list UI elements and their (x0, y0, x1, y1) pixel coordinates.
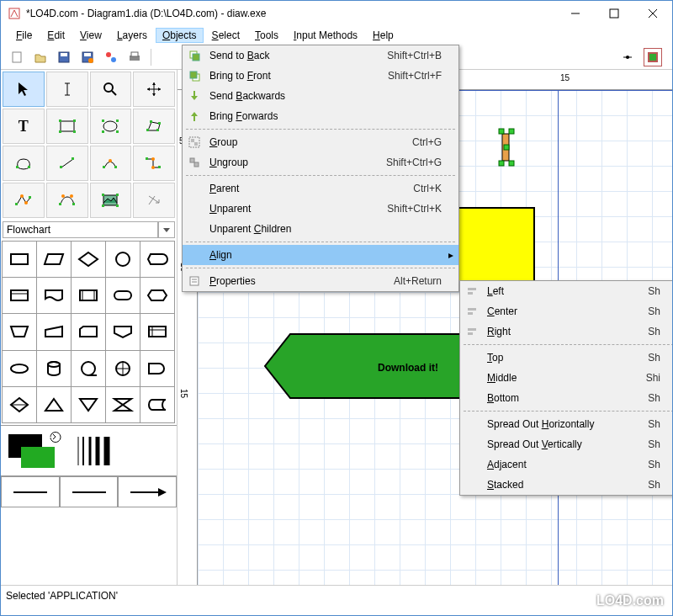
menu-select[interactable]: Select (205, 28, 246, 43)
selected-shape[interactable] (499, 129, 516, 167)
menu-item-unparent[interactable]: UnparentShift+Ctrl+K (183, 199, 458, 219)
shape-connector[interactable] (105, 241, 140, 278)
shape-category-row (1, 220, 177, 240)
shape-stored-data[interactable] (140, 386, 175, 423)
outline-tool[interactable] (133, 183, 175, 218)
align-item-spread-out-horizontally[interactable]: Spread Out HorizontallySh (460, 414, 673, 434)
menu-item-send-backwards[interactable]: Send Backwards (183, 86, 458, 106)
snap-toggle[interactable] (618, 48, 637, 66)
menu-item-bring-to-front[interactable]: Bring to FrontShift+Ctrl+F (183, 66, 458, 86)
shape-database[interactable] (36, 350, 72, 387)
box-tool[interactable] (46, 109, 88, 144)
app-icon (8, 7, 21, 20)
align-item-top[interactable]: TopSh (460, 348, 673, 368)
line-width-preview[interactable] (70, 430, 112, 472)
menu-input-methods[interactable]: Input Methods (287, 28, 364, 43)
svg-point-16 (626, 56, 629, 59)
shape-merge[interactable] (71, 386, 106, 423)
polygon-tool[interactable] (133, 109, 175, 144)
shape-extract[interactable] (36, 386, 72, 423)
save-as-button[interactable] (78, 48, 97, 66)
svg-rect-44 (158, 166, 161, 168)
shape-or[interactable] (105, 350, 140, 387)
bezier-tool[interactable] (46, 183, 88, 218)
image-tool[interactable] (90, 183, 132, 218)
line-end-style[interactable] (118, 476, 177, 507)
minimize-button[interactable] (556, 1, 595, 26)
shape-category-input[interactable] (3, 221, 158, 238)
color-swatch[interactable] (644, 48, 662, 66)
shape-category-dropdown[interactable] (158, 221, 175, 238)
line-start-style[interactable] (1, 476, 60, 507)
maximize-button[interactable] (595, 1, 633, 26)
preferences-button[interactable] (102, 48, 120, 66)
menu-item-properties[interactable]: PropertiesAlt+Return (183, 271, 458, 291)
shape-tape[interactable] (71, 350, 106, 387)
zigzag-tool[interactable] (133, 146, 175, 181)
shape-internal-storage[interactable] (140, 313, 175, 350)
svg-rect-98 (190, 72, 197, 78)
shape-offpage[interactable] (105, 313, 140, 350)
shape-collate[interactable] (105, 386, 140, 423)
shape-terminal[interactable] (105, 277, 140, 314)
shape-process[interactable] (2, 241, 37, 278)
shape-card[interactable] (71, 313, 106, 350)
menu-view[interactable]: View (73, 28, 109, 43)
line-tool[interactable] (46, 146, 88, 181)
beziergon-tool[interactable] (3, 146, 45, 181)
menu-edit[interactable]: Edit (40, 28, 72, 43)
new-file-button[interactable] (8, 48, 26, 66)
menu-objects[interactable]: Objects (156, 28, 204, 43)
shape-predefined[interactable] (71, 277, 106, 314)
save-button[interactable] (55, 48, 73, 66)
menu-item-align[interactable]: Align▸ (183, 245, 458, 265)
menu-item-send-to-back[interactable]: Send to BackShift+Ctrl+B (183, 45, 458, 66)
open-file-button[interactable] (31, 48, 50, 66)
close-button[interactable] (633, 1, 672, 26)
color-preview[interactable] (4, 430, 63, 472)
svg-rect-57 (116, 194, 119, 196)
align-item-middle[interactable]: MiddleShi (460, 368, 673, 388)
menu-item-parent[interactable]: ParentCtrl+K (183, 178, 458, 199)
menu-item-unparent-children[interactable]: Unparent Children (183, 219, 458, 239)
menu-file[interactable]: File (9, 28, 39, 43)
ellipse-tool[interactable] (90, 109, 132, 144)
shape-manual-input[interactable] (36, 313, 72, 350)
print-button[interactable] (125, 48, 144, 66)
shape-transaction[interactable] (2, 277, 37, 314)
menu-tools[interactable]: Tools (248, 28, 285, 43)
menu-layers[interactable]: Layers (110, 28, 154, 43)
align-item-left[interactable]: LeftSh (460, 281, 673, 301)
svg-rect-56 (102, 194, 104, 196)
shape-document[interactable] (36, 277, 72, 314)
shape-delay[interactable] (140, 350, 175, 387)
align-item-adjacent[interactable]: AdjacentSh (460, 454, 673, 475)
submenu-arrow-icon: ▸ (448, 249, 453, 261)
align-item-right[interactable]: RightSh (460, 321, 673, 342)
shape-manual-op[interactable] (2, 313, 37, 350)
scroll-tool[interactable] (133, 72, 175, 107)
shape-io[interactable] (36, 241, 72, 278)
polyline-tool[interactable] (3, 183, 45, 218)
align-item-bottom[interactable]: BottomSh (460, 388, 673, 408)
shape-decision[interactable] (71, 241, 106, 278)
shape-ellipse[interactable] (2, 350, 37, 387)
zoom-tool[interactable] (90, 72, 132, 107)
align-item-center[interactable]: CenterSh (460, 301, 673, 321)
menu-help[interactable]: Help (366, 28, 400, 43)
svg-point-71 (11, 364, 28, 373)
text-cursor-tool[interactable] (46, 72, 88, 107)
arc-tool[interactable] (90, 146, 132, 181)
align-item-spread-out-vertically[interactable]: Spread Out VerticallySh (460, 434, 673, 454)
shape-display[interactable] (140, 241, 175, 278)
text-tool[interactable]: T (3, 109, 45, 144)
align-item-stacked[interactable]: StackedSh (460, 475, 673, 495)
pointer-tool[interactable] (3, 72, 45, 107)
menu-item-group[interactable]: GroupCtrl+G (183, 132, 458, 152)
menu-item-ungroup[interactable]: UngroupShift+Ctrl+G (183, 152, 458, 173)
line-dash-style[interactable] (60, 476, 119, 507)
svg-rect-91 (509, 129, 514, 134)
shape-sort[interactable] (2, 386, 37, 423)
menu-item-bring-forwards[interactable]: Bring Forwards (183, 106, 458, 126)
shape-preparation[interactable] (140, 277, 175, 314)
